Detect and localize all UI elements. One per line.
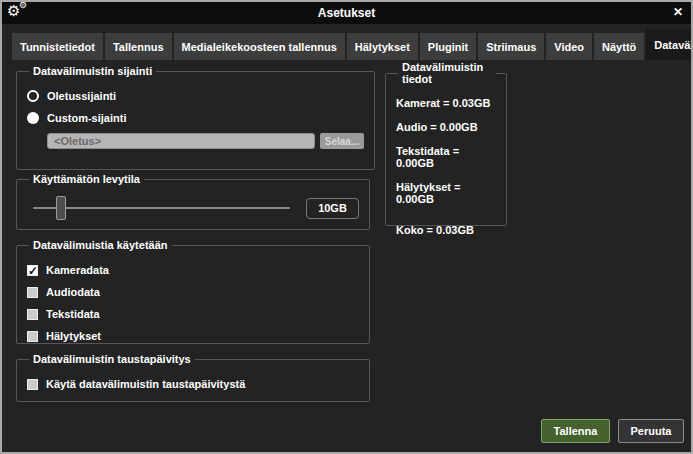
disk-space-slider-track[interactable] (33, 196, 290, 220)
tab-datavalimuisti[interactable]: Datavälimuisti (646, 29, 693, 60)
dialog-title: Asetukset (2, 6, 691, 20)
audio-data-label: Audiodata (46, 286, 100, 298)
custom-location-radio-row[interactable]: Custom-sijainti (27, 109, 364, 127)
titlebar: ⚙ ⚙ Asetukset ✕ (2, 2, 691, 24)
cancel-button[interactable]: Peruuta (618, 419, 684, 443)
custom-location-label: Custom-sijainti (47, 112, 126, 124)
camera-data-row[interactable]: Kameradata (27, 261, 359, 279)
cache-location-group-title: Datavälimuistin sijainti (29, 65, 156, 77)
audio-data-row[interactable]: Audiodata (27, 283, 359, 301)
browse-button[interactable]: Selaa... (320, 133, 364, 149)
audio-size-value: Audio = 0.00GB (396, 121, 496, 133)
background-update-checkbox[interactable] (27, 379, 38, 390)
custom-path-input[interactable] (47, 133, 315, 149)
camera-data-checkbox[interactable] (27, 265, 38, 276)
cameras-size-value: Kamerat = 0.03GB (396, 97, 496, 109)
text-size-value: Tekstidata = 0.00GB (396, 145, 496, 169)
default-location-radio[interactable] (27, 90, 39, 102)
tab-striimaus[interactable]: Striimaus (478, 33, 544, 60)
save-button[interactable]: Tallenna (541, 419, 610, 443)
audio-data-checkbox[interactable] (27, 287, 38, 298)
slider-line (33, 207, 290, 209)
text-data-row[interactable]: Tekstidata (27, 305, 359, 323)
cache-usage-group-title: Datavälimuistia käytetään (29, 239, 172, 251)
unused-disk-space-group: Käyttämätön levytila 10GB (16, 173, 370, 230)
cache-info-group: Datavälimuistin tiedot Kamerat = 0.03GB … (385, 61, 507, 226)
disk-space-slider-row: 10GB (27, 196, 359, 220)
default-location-radio-row[interactable]: Oletussijainti (27, 87, 364, 105)
total-size-value: Koko = 0.03GB (396, 224, 496, 236)
text-data-label: Tekstidata (46, 308, 100, 320)
disk-space-value: 10GB (306, 198, 359, 219)
disk-space-slider-handle[interactable] (56, 196, 66, 220)
tab-bar: Tunnistetiedot Tallennus Medialeikekoost… (12, 29, 693, 60)
alarms-data-label: Hälytykset (46, 330, 101, 342)
background-update-row[interactable]: Käytä datavälimuistin taustapäivitystä (27, 375, 359, 393)
tab-tallennus[interactable]: Tallennus (105, 33, 172, 60)
default-location-label: Oletussijainti (47, 90, 116, 102)
cache-location-group: Datavälimuistin sijainti Oletussijainti … (16, 65, 375, 170)
tab-medialeikekoosteen-tallennus[interactable]: Medialeikekoosteen tallennus (174, 33, 345, 60)
custom-location-radio[interactable] (27, 112, 39, 124)
cache-info-group-title: Datavälimuistin tiedot (398, 61, 496, 85)
cache-usage-group: Datavälimuistia käytetään Kameradata Aud… (16, 239, 370, 344)
text-data-checkbox[interactable] (27, 309, 38, 320)
unused-disk-space-group-title: Käyttämätön levytila (29, 173, 144, 185)
settings-dialog: ⚙ ⚙ Asetukset ✕ Tunnistetiedot Tallennus… (0, 0, 693, 454)
tab-halytykset[interactable]: Hälytykset (347, 33, 418, 60)
background-update-label: Käytä datavälimuistin taustapäivitystä (46, 378, 245, 390)
alarms-data-checkbox[interactable] (27, 331, 38, 342)
tab-pluginit[interactable]: Pluginit (420, 33, 476, 60)
tab-tunnistetiedot[interactable]: Tunnistetiedot (12, 33, 103, 60)
custom-path-row: Selaa... (47, 133, 364, 149)
tab-video[interactable]: Video (546, 33, 592, 60)
tab-naytto[interactable]: Näyttö (594, 33, 644, 60)
alarms-size-value: Hälytykset = 0.00GB (396, 181, 496, 205)
background-update-group-title: Datavälimuistin taustapäivitys (29, 353, 195, 365)
camera-data-label: Kameradata (46, 264, 109, 276)
close-icon[interactable]: ✕ (673, 6, 683, 18)
alarms-data-row[interactable]: Hälytykset (27, 327, 359, 345)
background-update-group: Datavälimuistin taustapäivitys Käytä dat… (16, 353, 370, 402)
